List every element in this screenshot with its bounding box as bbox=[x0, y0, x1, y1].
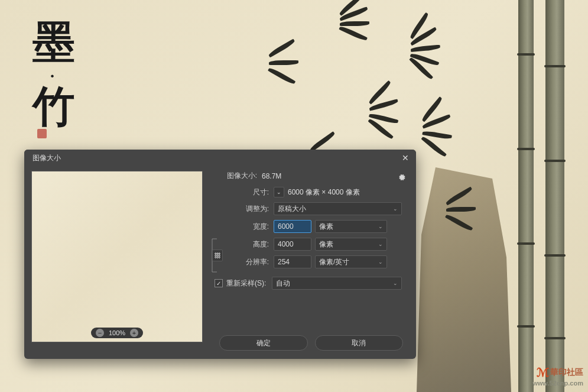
width-label: 宽度: bbox=[232, 222, 269, 232]
close-button[interactable]: ✕ bbox=[401, 153, 410, 163]
fit-to-select[interactable]: 原稿大小 ⌄ bbox=[274, 202, 402, 215]
width-input[interactable] bbox=[274, 220, 311, 233]
watermark: ℳ華印社區 www.52cnp.com bbox=[532, 365, 583, 387]
dimensions-label: 尺寸: bbox=[215, 187, 269, 197]
check-icon: ✓ bbox=[216, 280, 221, 287]
chevron-down-icon: ⌄ bbox=[378, 223, 383, 229]
dialog-titlebar[interactable]: 图像大小 ✕ bbox=[24, 150, 416, 166]
gear-icon[interactable] bbox=[397, 173, 405, 182]
watermark-text: 華印社區 bbox=[550, 367, 583, 377]
seal-stamp bbox=[37, 129, 47, 138]
resolution-input[interactable] bbox=[274, 255, 311, 268]
calligraphy-dot: · bbox=[50, 68, 75, 85]
image-size-label: 图像大小: bbox=[215, 171, 257, 181]
height-unit-value: 像素 bbox=[319, 239, 333, 250]
width-unit-value: 像素 bbox=[319, 222, 333, 232]
chevron-down-icon: ⌄ bbox=[378, 241, 383, 247]
resample-method-value: 自动 bbox=[276, 278, 290, 289]
settings-panel: 图像大小: 68.7M 尺寸: ⌄ 6000 像素 × 4000 像素 调整为:… bbox=[203, 171, 409, 342]
resolution-label: 分辨率: bbox=[232, 257, 269, 267]
preview-panel: − 100% + bbox=[31, 171, 203, 342]
chevron-down-icon: ⌄ bbox=[277, 189, 281, 195]
fit-to-label: 调整为: bbox=[215, 204, 269, 214]
calligraphy-title: 墨 · 竹 bbox=[33, 21, 75, 128]
close-icon: ✕ bbox=[402, 153, 409, 163]
link-dimensions-bracket: 𐄳 bbox=[206, 238, 218, 273]
fit-to-value: 原稿大小 bbox=[278, 204, 306, 214]
dialog-title: 图像大小 bbox=[33, 153, 61, 163]
chevron-down-icon: ⌄ bbox=[378, 259, 383, 265]
resample-method-select[interactable]: 自动 ⌄ bbox=[272, 277, 402, 290]
chevron-down-icon: ⌄ bbox=[393, 280, 398, 286]
image-size-value: 68.7M bbox=[262, 172, 281, 180]
ok-button[interactable]: 确定 bbox=[219, 335, 308, 351]
image-size-dialog: 图像大小 ✕ − 100% + 图像大小: 68.7M 尺寸: ⌄ bbox=[24, 150, 416, 359]
link-icon: 𐄳 bbox=[215, 252, 220, 259]
resample-checkbox[interactable]: ✓ bbox=[215, 279, 223, 287]
dimensions-toggle[interactable]: ⌄ bbox=[274, 187, 284, 197]
dimensions-text: 6000 像素 × 4000 像素 bbox=[288, 187, 360, 197]
resample-label: 重新采样(S): bbox=[226, 278, 266, 289]
calligraphy-char-1: 墨 bbox=[33, 18, 75, 66]
resolution-unit-value: 像素/英寸 bbox=[319, 257, 349, 267]
height-input[interactable] bbox=[274, 238, 311, 251]
chevron-down-icon: ⌄ bbox=[393, 206, 398, 212]
cancel-button[interactable]: 取消 bbox=[315, 335, 404, 351]
watermark-logo-icon: ℳ bbox=[537, 365, 549, 380]
rock bbox=[417, 167, 511, 392]
height-unit-select[interactable]: 像素 ⌄ bbox=[315, 238, 387, 251]
resolution-unit-select[interactable]: 像素/英寸 ⌄ bbox=[315, 255, 387, 268]
calligraphy-char-2: 竹 bbox=[33, 83, 75, 131]
watermark-url: www.52cnp.com bbox=[532, 380, 583, 387]
width-unit-select[interactable]: 像素 ⌄ bbox=[315, 220, 387, 233]
link-dimensions-button[interactable]: 𐄳 bbox=[212, 250, 223, 261]
height-label: 高度: bbox=[232, 239, 269, 250]
